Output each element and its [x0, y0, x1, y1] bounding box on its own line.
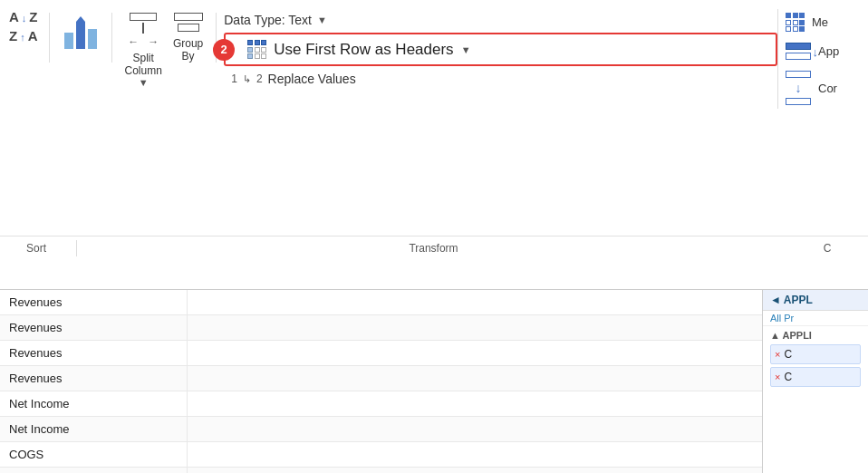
group-by-icon	[174, 13, 203, 32]
me-label: Me	[812, 15, 828, 29]
table-cell: COGS	[0, 468, 188, 473]
transform-section-label: Transform	[81, 240, 786, 256]
group-by-label: Group By	[173, 37, 203, 63]
step1-label: C	[784, 348, 792, 361]
table-cell: Revenues	[0, 290, 188, 314]
table-row: Revenues	[0, 366, 762, 391]
split-column-arrow: ▼	[139, 77, 149, 88]
me-icon	[786, 13, 805, 32]
table-cell: COGS	[0, 442, 188, 467]
cor-icon: ↓	[786, 71, 811, 105]
cor-button[interactable]: ↓ Cor	[786, 71, 852, 105]
table-row: Net Income	[0, 417, 762, 442]
applied-section-title: ▲ APPLI	[770, 330, 861, 341]
sort-down-arrow: ↓	[22, 13, 27, 24]
step1-x-icon[interactable]: ×	[775, 349, 780, 360]
data-table-area: RevenuesRevenuesRevenuesRevenuesNet Inco…	[0, 290, 762, 473]
app-button[interactable]: ↓ App	[786, 43, 852, 60]
table-row: Net Income	[0, 391, 762, 417]
group-by-button[interactable]: Group By	[168, 9, 208, 66]
step-badge: 2	[213, 39, 235, 61]
sort-section-label: Sort	[0, 240, 72, 256]
split-column-icon: ←→	[128, 13, 159, 48]
sort-a-label: A	[9, 9, 19, 24]
table-cell: Revenues	[0, 341, 188, 365]
applied-step-1[interactable]: × C	[770, 344, 861, 364]
app-label: App	[818, 44, 839, 58]
cor-label: Cor	[818, 82, 837, 95]
replace-num-bottom: 2	[256, 73, 263, 84]
use-first-row-label: Use First Row as Headers	[274, 41, 453, 59]
replace-values-button[interactable]: 1 ↳ 2 Replace Values	[224, 72, 777, 86]
columns-button[interactable]	[57, 9, 104, 53]
replace-values-label: Replace Values	[268, 72, 356, 86]
grid-icon	[247, 40, 266, 59]
sort-up-arrow: ↑	[20, 32, 25, 43]
all-properties-link[interactable]: All Pr	[763, 311, 868, 326]
app-icon: ↓	[786, 43, 811, 60]
c-section-label: C	[786, 240, 868, 256]
sort-a2-label: A	[28, 28, 38, 43]
data-type-button[interactable]: Data Type: Text ▼	[224, 13, 777, 27]
use-first-row-arrow: ▼	[461, 44, 471, 55]
sort-section: A ↓ Z Z ↑ A	[9, 9, 38, 43]
data-type-label: Data Type: Text	[224, 13, 312, 27]
right-panel: Me ↓ App ↓	[777, 9, 859, 109]
v-divider-1	[49, 13, 50, 63]
table-row: COGS	[0, 468, 762, 473]
replace-num-top: 1	[231, 73, 237, 84]
sort-za-button[interactable]: Z ↑ A	[9, 28, 38, 43]
sort-z2-label: Z	[9, 28, 17, 43]
table-cell: Revenues	[0, 315, 188, 340]
me-button[interactable]: Me	[786, 13, 852, 32]
applied-step-2[interactable]: × C	[770, 367, 861, 387]
split-column-label: Split Column	[125, 52, 162, 77]
step2-x-icon[interactable]: ×	[775, 372, 780, 382]
data-type-arrow: ▼	[317, 14, 327, 25]
step2-label: C	[784, 371, 792, 383]
sort-z-label: Z	[29, 9, 37, 24]
sort-az-button[interactable]: A ↓ Z	[9, 9, 38, 24]
applied-steps-section: ▲ APPLI × C × C	[763, 326, 868, 391]
table-cell: Revenues	[0, 366, 188, 391]
applied-steps-panel: ◄ APPL All Pr ▲ APPLI × C × C	[762, 290, 868, 473]
table-cell: Net Income	[0, 391, 188, 416]
table-row: Revenues	[0, 315, 762, 341]
use-first-row-button[interactable]: 2	[224, 33, 777, 66]
split-column-button[interactable]: ←→ Split Column ▼	[120, 9, 168, 92]
bar-chart-icon	[64, 13, 97, 49]
replace-arrow-icon: ↳	[243, 74, 251, 84]
table-row: Revenues	[0, 341, 762, 366]
table-row: COGS	[0, 442, 762, 468]
table-row: Revenues	[0, 290, 762, 315]
table-cell: Net Income	[0, 417, 188, 441]
applied-header: ◄ APPL	[763, 290, 868, 311]
v-divider-2	[111, 13, 112, 63]
